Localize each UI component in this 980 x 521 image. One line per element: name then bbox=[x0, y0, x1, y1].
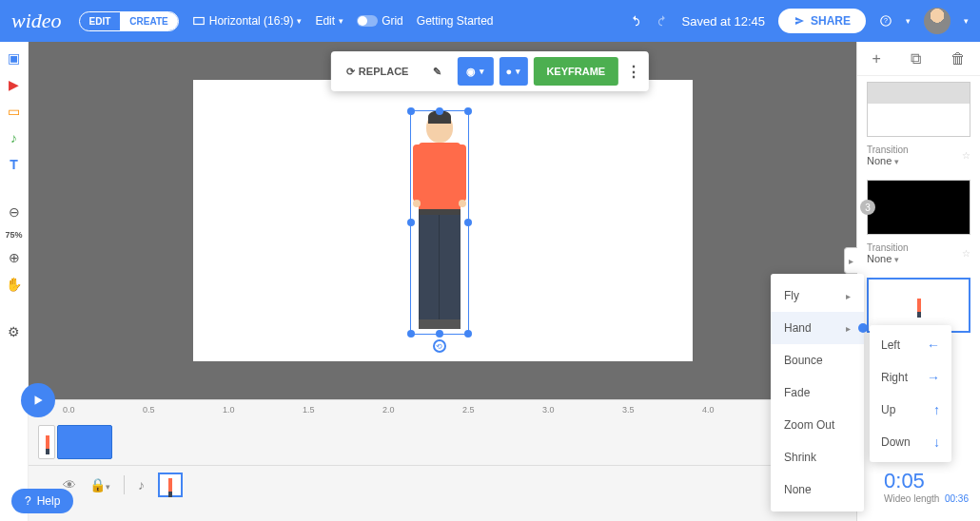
edit-menu-label: Edit bbox=[315, 14, 335, 28]
edit-menu[interactable]: Edit ▾ bbox=[315, 14, 343, 28]
resize-handle[interactable] bbox=[464, 107, 472, 115]
rotate-handle[interactable]: ⟲ bbox=[433, 339, 446, 353]
length-value: 00:36 bbox=[945, 493, 969, 504]
anim-item-shrink[interactable]: Shrink bbox=[771, 441, 864, 473]
transition-value[interactable]: None bbox=[867, 253, 892, 264]
camera-icon[interactable]: ▣ bbox=[6, 49, 23, 67]
settings-icon[interactable]: ⚙ bbox=[6, 323, 23, 340]
arrow-left-icon: ← bbox=[927, 338, 940, 353]
left-toolbar: ▣ ▶ ▭ ♪ T ⊖ 75% ⊕ ✋ ⚙ bbox=[0, 42, 29, 521]
mode-toggle[interactable]: EDIT CREATE bbox=[79, 11, 179, 31]
canvas-area[interactable]: ⟲ bbox=[29, 42, 856, 399]
hand-tool-icon[interactable]: ✋ bbox=[6, 276, 23, 293]
resize-handle[interactable] bbox=[407, 219, 415, 226]
anim-item-fly[interactable]: Fly▸ bbox=[771, 280, 864, 312]
timeline-clip[interactable] bbox=[57, 425, 112, 459]
share-icon bbox=[794, 15, 805, 27]
anim-item-hand[interactable]: Hand▸ bbox=[771, 312, 864, 344]
submenu-arrow-icon: ▸ bbox=[846, 291, 851, 301]
fill-color-button[interactable]: ◉ ▾ bbox=[457, 57, 493, 86]
transition-label: Transition bbox=[867, 242, 909, 253]
ruler-tick: 3.0 bbox=[542, 405, 555, 415]
anim-item-fade[interactable]: Fade bbox=[771, 376, 864, 409]
scene-number: 3 bbox=[860, 200, 875, 215]
zoom-out-icon[interactable]: ⊖ bbox=[6, 203, 23, 221]
resize-handle[interactable] bbox=[436, 107, 443, 115]
dir-item-right[interactable]: Right→ bbox=[870, 361, 951, 394]
resize-handle[interactable] bbox=[407, 330, 415, 338]
selection-box[interactable]: ⟲ bbox=[410, 110, 469, 335]
getting-started-link[interactable]: Getting Started bbox=[417, 14, 494, 28]
arrow-right-icon: → bbox=[927, 370, 940, 385]
share-button[interactable]: SHARE bbox=[778, 9, 866, 33]
play-button[interactable] bbox=[21, 383, 55, 417]
transition-label: Transition bbox=[867, 145, 909, 155]
help-label: Help bbox=[37, 494, 61, 508]
collapse-panel-button[interactable]: ▸ bbox=[844, 247, 857, 274]
aspect-ratio-menu[interactable]: Horizontal (16:9) ▾ bbox=[192, 14, 303, 28]
transition-value[interactable]: None bbox=[867, 155, 892, 166]
dir-item-up[interactable]: Up↑ bbox=[870, 394, 951, 426]
timeline-ruler[interactable]: 0.0 0.5 1.0 1.5 2.0 2.5 3.0 3.5 4.0 bbox=[29, 400, 856, 419]
top-bar: wideo EDIT CREATE Horizontal (16:9) ▾ Ed… bbox=[0, 0, 980, 42]
toggle-icon bbox=[357, 15, 378, 27]
dir-item-left[interactable]: Left← bbox=[870, 329, 951, 361]
help-question-icon: ? bbox=[25, 494, 31, 508]
resize-handle[interactable] bbox=[464, 219, 472, 226]
timeline-footer: 👁 🔒▾ ♪ bbox=[29, 465, 856, 503]
timeline: 0.0 0.5 1.0 1.5 2.0 2.5 3.0 3.5 4.0 👁 🔒▾… bbox=[29, 399, 856, 521]
ruler-tick: 0.0 bbox=[63, 405, 75, 415]
user-avatar[interactable] bbox=[924, 8, 951, 34]
stage[interactable]: ⟲ bbox=[193, 80, 693, 361]
video-icon[interactable]: ▶ bbox=[6, 76, 23, 93]
arrow-up-icon: ↑ bbox=[933, 402, 940, 417]
ruler-tick: 1.0 bbox=[223, 405, 235, 415]
anim-item-none[interactable]: None bbox=[771, 473, 864, 506]
logo: wideo bbox=[11, 9, 62, 33]
redo-icon[interactable] bbox=[656, 14, 669, 28]
timeline-thumbnail[interactable] bbox=[158, 473, 183, 497]
chevron-down-icon: ▾ bbox=[964, 16, 969, 26]
edit-pencil-button[interactable]: ✎ bbox=[423, 57, 451, 86]
length-label: Wideo length bbox=[884, 493, 939, 504]
favorite-icon[interactable]: ☆ bbox=[962, 150, 970, 161]
play-icon bbox=[31, 394, 45, 407]
add-scene-icon[interactable]: + bbox=[872, 50, 880, 68]
aspect-icon bbox=[192, 14, 206, 28]
animation-menu: Fly▸ Hand▸ Bounce Fade Zoom Out Shrink N… bbox=[771, 274, 864, 511]
text-icon[interactable]: T bbox=[6, 156, 23, 173]
character-mini-icon bbox=[917, 299, 921, 312]
lock-icon[interactable]: 🔒▾ bbox=[89, 477, 110, 492]
mode-edit[interactable]: EDIT bbox=[80, 12, 121, 30]
undo-icon[interactable] bbox=[629, 14, 642, 28]
zoom-in-icon[interactable]: ⊕ bbox=[6, 249, 23, 266]
music-track-icon[interactable]: ♪ bbox=[138, 477, 145, 492]
help-icon[interactable]: ? bbox=[879, 14, 892, 28]
favorite-icon[interactable]: ☆ bbox=[962, 248, 970, 259]
delete-scene-icon[interactable]: 🗑 bbox=[951, 50, 966, 68]
help-button[interactable]: ? Help bbox=[11, 489, 73, 513]
anim-item-bounce[interactable]: Bounce bbox=[771, 344, 864, 376]
grid-toggle[interactable]: Grid bbox=[357, 14, 403, 28]
ruler-tick: 2.0 bbox=[382, 405, 395, 415]
ruler-tick: 4.0 bbox=[702, 405, 715, 415]
timeline-clip[interactable] bbox=[38, 425, 55, 459]
anim-item-zoom-out[interactable]: Zoom Out bbox=[771, 409, 864, 441]
scene-thumbnail[interactable] bbox=[867, 82, 970, 137]
music-icon[interactable]: ♪ bbox=[6, 129, 23, 146]
image-icon[interactable]: ▭ bbox=[6, 103, 23, 120]
mode-create[interactable]: CREATE bbox=[120, 12, 177, 30]
stroke-color-button[interactable]: ● ▾ bbox=[499, 57, 527, 86]
dir-item-down[interactable]: Down↓ bbox=[870, 426, 951, 458]
svg-rect-0 bbox=[193, 18, 204, 25]
chevron-down-icon: ▾ bbox=[339, 16, 343, 26]
timeline-tracks[interactable] bbox=[29, 419, 856, 465]
resize-handle[interactable] bbox=[407, 107, 415, 115]
scene-thumbnail[interactable]: 3 bbox=[867, 180, 970, 235]
replace-button[interactable]: ⟳ REPLACE bbox=[337, 57, 419, 86]
keyframe-button[interactable]: KEYFRAME bbox=[533, 57, 618, 86]
resize-handle[interactable] bbox=[464, 330, 472, 338]
duplicate-scene-icon[interactable]: ⧉ bbox=[911, 50, 921, 68]
more-icon[interactable]: ⋮ bbox=[624, 57, 643, 86]
resize-handle[interactable] bbox=[436, 330, 443, 338]
